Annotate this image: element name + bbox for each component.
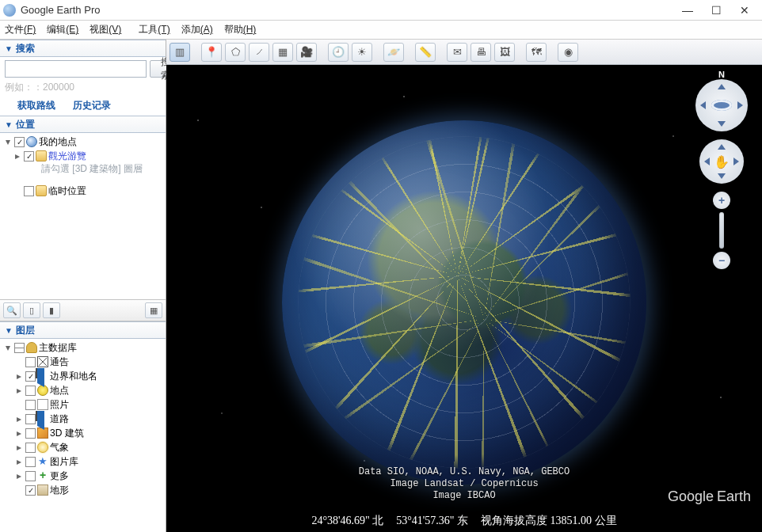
- look-left-arrow[interactable]: [700, 101, 706, 109]
- add-placemark-button[interactable]: 📍: [201, 43, 222, 62]
- planets-button[interactable]: 🪐: [383, 43, 404, 62]
- collapse-icon: ▼: [5, 44, 13, 53]
- tree-row-announcements[interactable]: 通告: [3, 355, 162, 369]
- add-polygon-button[interactable]: ⬠: [225, 43, 246, 62]
- checkbox[interactable]: [25, 485, 36, 496]
- zoom-track[interactable]: [719, 212, 724, 249]
- tree-row-gallery[interactable]: ▸ ★ 图片库: [3, 454, 162, 469]
- menu-tools[interactable]: 工具(T): [139, 23, 170, 36]
- look-joystick[interactable]: N: [695, 79, 748, 131]
- expander-icon[interactable]: ▸: [13, 149, 22, 163]
- status-altitude: 视角海拔高度 13851.00 公里: [481, 514, 617, 528]
- search-places-button[interactable]: 🔍: [3, 302, 21, 318]
- menu-help[interactable]: 帮助(H): [224, 23, 257, 36]
- historical-imagery-button[interactable]: 🕘: [328, 43, 349, 62]
- expander-icon[interactable]: ▾: [3, 135, 13, 149]
- view-in-maps-button[interactable]: 🗺: [526, 43, 547, 62]
- expander-icon[interactable]: ▸: [14, 369, 24, 383]
- pan-right-arrow[interactable]: [733, 158, 739, 165]
- tree-row-3d-buildings[interactable]: ▸ 3D 建筑: [3, 426, 162, 440]
- checkbox[interactable]: [25, 400, 36, 410]
- globe-canvas[interactable]: N ✋ + −: [166, 65, 762, 532]
- tree-row-more[interactable]: ▸ + 更多: [3, 469, 162, 483]
- ruler-button[interactable]: 📏: [415, 43, 436, 62]
- expander-icon[interactable]: ▸: [14, 383, 24, 397]
- app-icon: [3, 4, 16, 17]
- tree-row-photos[interactable]: 照片: [3, 397, 162, 412]
- search-hint: 例如：：200000: [5, 81, 161, 94]
- tree-row-places[interactable]: ▸ 地点: [3, 383, 162, 397]
- get-directions-link[interactable]: 获取路线: [17, 99, 55, 112]
- tree-label: 气象: [50, 440, 69, 454]
- move-joystick[interactable]: ✋: [699, 139, 744, 184]
- collapse-icon: ▼: [5, 120, 13, 129]
- pan-down-arrow[interactable]: [718, 173, 726, 179]
- minimize-button[interactable]: —: [673, 1, 702, 20]
- print-button[interactable]: 🖶: [471, 43, 491, 62]
- record-tour-button[interactable]: 🎥: [296, 43, 317, 62]
- search-panel-header[interactable]: ▼ 搜索: [0, 40, 166, 57]
- layers-tree[interactable]: ▾ 主数据库 通告 ▸ 边界和地名 ▸: [0, 339, 166, 532]
- zoom-out-button[interactable]: −: [713, 252, 730, 269]
- pan-up-arrow[interactable]: [718, 144, 726, 150]
- checkbox[interactable]: [25, 386, 36, 396]
- look-up-arrow[interactable]: [718, 84, 726, 89]
- layers-panel-header[interactable]: ▼ 图层: [0, 321, 166, 339]
- menu-add[interactable]: 添加(A): [181, 23, 213, 36]
- places-panel-header[interactable]: ▼ 位置: [0, 116, 166, 133]
- checkbox[interactable]: [14, 137, 25, 147]
- checkbox[interactable]: [25, 414, 36, 424]
- menu-edit[interactable]: 编辑(E): [47, 23, 78, 36]
- tree-row-terrain[interactable]: 地形: [3, 483, 162, 497]
- tree-row-primary-db[interactable]: ▾ 主数据库: [3, 340, 162, 355]
- reset-view-button[interactable]: ◉: [558, 43, 578, 62]
- tree-row-my-places[interactable]: ▾ 我的地点: [3, 135, 162, 149]
- look-down-arrow[interactable]: [718, 121, 726, 127]
- toggle-sidebar-button[interactable]: ▥: [170, 43, 190, 62]
- checkbox[interactable]: [14, 343, 25, 353]
- look-right-arrow[interactable]: [737, 101, 743, 109]
- tree-row-borders[interactable]: ▸ 边界和地名: [3, 369, 162, 383]
- expander-icon[interactable]: ▾: [3, 340, 13, 355]
- email-button[interactable]: ✉: [447, 43, 467, 62]
- tree-row-weather[interactable]: ▸ 气象: [3, 440, 162, 454]
- expander-icon[interactable]: ▸: [14, 454, 24, 469]
- expander-icon[interactable]: ▸: [14, 469, 24, 483]
- checkbox[interactable]: [25, 443, 36, 453]
- expander-icon[interactable]: ▸: [14, 426, 24, 440]
- add-image-overlay-button[interactable]: ▦: [272, 43, 293, 62]
- tree-row-sightseeing[interactable]: ▸ 觀光游覽: [3, 149, 162, 163]
- sunlight-button[interactable]: ☀: [352, 43, 372, 62]
- tree-subtext: 請勾選 [3D 建築物] 圖層: [41, 163, 162, 174]
- checkbox[interactable]: [25, 471, 36, 481]
- expander-icon[interactable]: ▸: [14, 440, 24, 454]
- checkbox[interactable]: [25, 371, 36, 382]
- checkbox[interactable]: [25, 457, 36, 467]
- database-icon: [26, 342, 37, 353]
- play-tour-button[interactable]: ▦: [145, 302, 162, 318]
- checkbox[interactable]: [25, 357, 36, 367]
- maximize-button[interactable]: ☐: [702, 1, 730, 20]
- globe-icon: [26, 136, 37, 147]
- earth-globe[interactable]: [282, 120, 646, 484]
- search-input[interactable]: [5, 60, 147, 78]
- photo-icon: [37, 399, 48, 410]
- menu-file[interactable]: 文件(F): [5, 23, 36, 36]
- tree-row-roads[interactable]: ▸ 道路: [3, 412, 162, 426]
- tree-row-temp-places[interactable]: 临时位置: [3, 184, 162, 198]
- checkbox[interactable]: [24, 186, 34, 196]
- checkbox[interactable]: [25, 428, 36, 439]
- panel-toggle-button[interactable]: ▯: [23, 302, 40, 318]
- add-path-button[interactable]: ⟋: [249, 43, 269, 62]
- save-image-button[interactable]: 🖼: [494, 43, 515, 62]
- north-indicator[interactable]: N: [718, 70, 725, 79]
- menu-view[interactable]: 视图(V): [90, 23, 121, 36]
- expander-icon[interactable]: ▸: [14, 412, 24, 426]
- tree-label: 3D 建筑: [50, 426, 84, 440]
- pan-left-arrow[interactable]: [704, 158, 710, 165]
- close-button[interactable]: ✕: [730, 1, 759, 20]
- panel-toggle2-button[interactable]: ▮: [43, 302, 60, 318]
- zoom-in-button[interactable]: +: [713, 192, 730, 209]
- checkbox[interactable]: [24, 151, 34, 162]
- history-link[interactable]: 历史记录: [73, 99, 111, 112]
